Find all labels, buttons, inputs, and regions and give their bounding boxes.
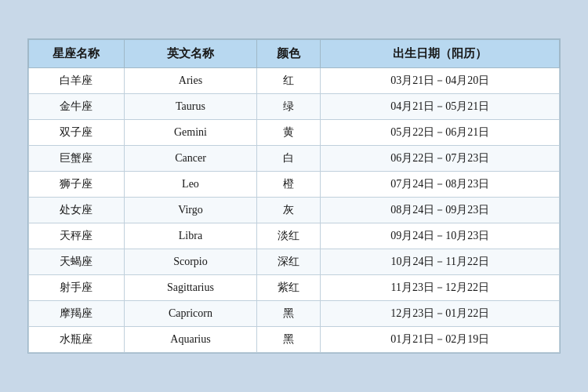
cell-color: 黑 [257,327,321,353]
table-header-row: 星座名称 英文名称 颜色 出生日期（阳历） [29,40,560,68]
cell-english-name: Aries [124,68,256,94]
cell-date: 08月24日－09月23日 [321,198,560,223]
cell-english-name: Aquarius [124,327,256,353]
table-row: 巨蟹座Cancer白06月22日－07月23日 [29,146,560,172]
cell-color: 白 [257,146,321,172]
cell-color: 红 [257,68,321,94]
cell-english-name: Cancer [124,146,256,172]
cell-english-name: Libra [124,223,256,249]
cell-english-name: Gemini [124,120,256,146]
table-row: 水瓶座Aquarius黑01月21日－02月19日 [29,327,560,353]
cell-english-name: Capricorn [124,301,256,327]
cell-color: 绿 [257,94,321,120]
cell-date: 01月21日－02月19日 [321,327,560,353]
cell-color: 黄 [257,120,321,146]
table-row: 天蝎座Scorpio深红10月24日－11月22日 [29,249,560,275]
table-row: 双子座Gemini黄05月22日－06月21日 [29,120,560,146]
cell-english-name: Virgo [124,198,256,223]
cell-date: 09月24日－10月23日 [321,223,560,249]
cell-english-name: Sagittarius [124,275,256,301]
cell-date: 05月22日－06月21日 [321,120,560,146]
cell-chinese-name: 巨蟹座 [29,146,125,172]
cell-date: 04月21日－05月21日 [321,94,560,120]
header-date: 出生日期（阳历） [321,40,560,68]
header-chinese-name: 星座名称 [29,40,125,68]
table-row: 白羊座Aries红03月21日－04月20日 [29,68,560,94]
header-english-name: 英文名称 [124,40,256,68]
table-row: 天秤座Libra淡红09月24日－10月23日 [29,223,560,249]
cell-color: 黑 [257,301,321,327]
cell-date: 11月23日－12月22日 [321,275,560,301]
cell-date: 03月21日－04月20日 [321,68,560,94]
table-row: 狮子座Leo橙07月24日－08月23日 [29,172,560,198]
table-row: 射手座Sagittarius紫红11月23日－12月22日 [29,275,560,301]
cell-chinese-name: 天蝎座 [29,249,125,275]
cell-date: 12月23日－01月22日 [321,301,560,327]
cell-color: 橙 [257,172,321,198]
zodiac-table-container: 星座名称 英文名称 颜色 出生日期（阳历） 白羊座Aries红03月21日－04… [27,38,561,354]
cell-chinese-name: 处女座 [29,198,125,223]
table-row: 金牛座Taurus绿04月21日－05月21日 [29,94,560,120]
cell-color: 淡红 [257,223,321,249]
cell-chinese-name: 射手座 [29,275,125,301]
cell-date: 10月24日－11月22日 [321,249,560,275]
cell-color: 灰 [257,198,321,223]
header-color: 颜色 [257,40,321,68]
cell-color: 深红 [257,249,321,275]
table-row: 摩羯座Capricorn黑12月23日－01月22日 [29,301,560,327]
cell-chinese-name: 狮子座 [29,172,125,198]
cell-english-name: Leo [124,172,256,198]
cell-chinese-name: 白羊座 [29,68,125,94]
cell-english-name: Scorpio [124,249,256,275]
table-row: 处女座Virgo灰08月24日－09月23日 [29,198,560,223]
cell-chinese-name: 摩羯座 [29,301,125,327]
cell-chinese-name: 双子座 [29,120,125,146]
cell-date: 07月24日－08月23日 [321,172,560,198]
zodiac-table: 星座名称 英文名称 颜色 出生日期（阳历） 白羊座Aries红03月21日－04… [28,39,560,353]
cell-chinese-name: 水瓶座 [29,327,125,353]
cell-date: 06月22日－07月23日 [321,146,560,172]
cell-english-name: Taurus [124,94,256,120]
cell-color: 紫红 [257,275,321,301]
cell-chinese-name: 天秤座 [29,223,125,249]
cell-chinese-name: 金牛座 [29,94,125,120]
